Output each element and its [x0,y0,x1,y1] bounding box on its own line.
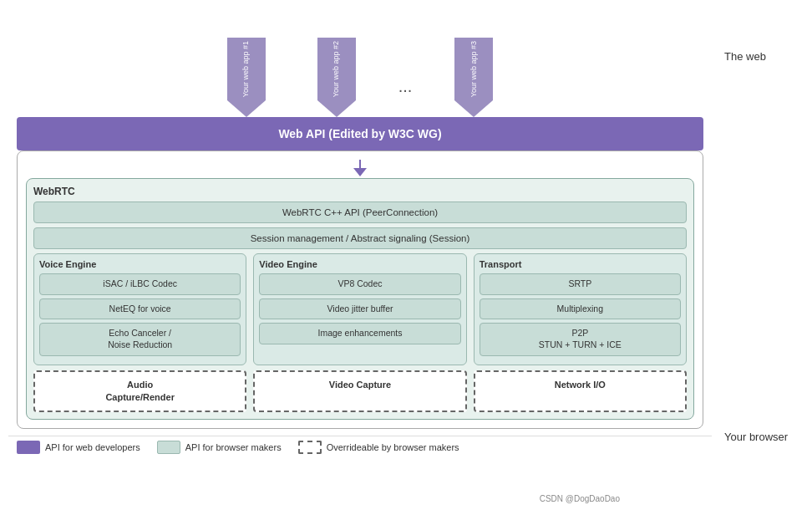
main-container: Your web app #1 Your web app #2 ... Your… [0,0,812,510]
transport-item-1: Multiplexing [480,298,681,320]
three-columns: Voice Engine iSAC / iLBC Codec NetEQ for… [33,253,687,365]
arrow-3-tip [454,100,493,117]
connector-arrow [26,160,694,178]
dashed-box-0: AudioCapture/Render [33,370,246,413]
video-engine-title: Video Engine [259,259,460,269]
diagram-area: Your web app #1 Your web app #2 ... Your… [0,0,720,510]
watermark: CSDN @DogDaoDao [540,494,620,503]
webrtc-label: WebRTC [33,186,687,197]
legend-green-swatch [157,441,180,454]
arrow-1-label: Your web app #1 [240,38,252,100]
legend-dashed-swatch [298,441,322,454]
browser-box: WebRTC WebRTC C++ API (PeerConnection) S… [17,150,703,429]
voice-item-0: iSAC / iLBC Codec [39,273,241,295]
legend: API for web developers API for browser m… [8,436,712,458]
voice-item-2: Echo Canceler /Noise Reduction [39,323,241,355]
arrow-1: Your web app #1 [218,38,275,117]
right-labels: The web Your browser [720,0,812,510]
arrow-2-shaft: Your web app #2 [317,38,356,100]
dashed-box-1: Video Capture [253,370,466,413]
legend-green-label: API for browser makers [185,442,282,452]
web-api-bar: Web API (Edited by W3C WG) [17,117,703,150]
arrow-2-tip [317,100,356,117]
arrow-1-shaft: Your web app #1 [227,38,266,100]
voice-engine-title: Voice Engine [39,259,241,269]
video-item-0: VP8 Codec [259,273,460,295]
legend-item-purple: API for web developers [17,441,140,454]
transport-item-0: SRTP [480,273,681,295]
arrow-3-shaft: Your web app #3 [454,38,493,100]
legend-purple-label: API for web developers [45,442,140,452]
connector-line [359,160,361,168]
arrow-1-tip [227,100,266,117]
arrows-row: Your web app #1 Your web app #2 ... Your… [8,8,712,117]
transport-title: Transport [480,259,681,269]
right-label-bottom: Your browser [724,431,799,443]
arrow-2: Your web app #2 [308,38,365,117]
video-item-2: Image enhancements [259,323,460,344]
arrow-3: Your web app #3 [445,38,502,117]
arrow-3-label: Your web app #3 [468,38,480,100]
legend-dashed-label: Overrideable by browser makers [327,442,459,452]
voice-engine-box: Voice Engine iSAC / iLBC Codec NetEQ for… [33,253,246,365]
legend-purple-swatch [17,441,40,454]
cpp-api-bar: WebRTC C++ API (PeerConnection) [33,201,687,223]
legend-item-dashed: Overrideable by browser makers [298,441,459,454]
video-engine-box: Video Engine VP8 Codec Video jitter buff… [253,253,466,365]
transport-item-2: P2PSTUN + TURN + ICE [480,323,681,355]
video-item-1: Video jitter buffer [259,298,460,320]
dashed-box-2: Network I/O [474,370,687,413]
transport-box: Transport SRTP Multiplexing P2PSTUN + TU… [474,253,687,365]
session-bar: Session management / Abstract signaling … [33,227,687,249]
right-label-top: The web [724,50,799,63]
connector-head [353,168,367,176]
ellipsis-text: ... [398,77,413,96]
webrtc-box: WebRTC WebRTC C++ API (PeerConnection) S… [26,178,694,420]
voice-item-1: NetEQ for voice [39,298,241,320]
dashed-boxes: AudioCapture/Render Video Capture Networ… [33,370,687,413]
ellipsis: ... [398,77,413,117]
legend-item-green: API for browser makers [157,441,282,454]
arrow-2-label: Your web app #2 [330,38,343,100]
